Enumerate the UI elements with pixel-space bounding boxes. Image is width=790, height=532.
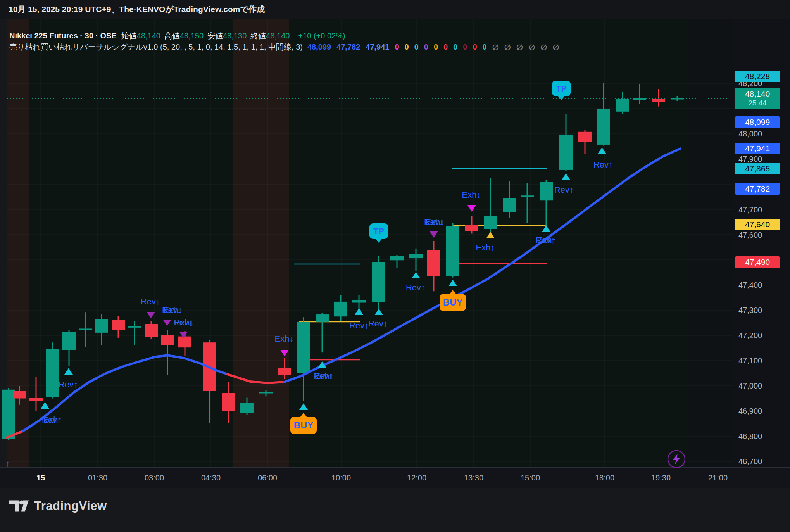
time-label: 18:00 [595,473,614,482]
price-tick: 47,100 [738,356,762,365]
signal-text: Rev↑ [368,319,388,328]
price-tick: 47,700 [738,206,762,214]
candle-body [13,391,26,399]
time-label: 10:00 [331,473,351,482]
time-label: 03:00 [145,473,164,482]
signal-text: Exh↑ [315,371,334,381]
session-band [233,19,289,467]
signal-text: Exh↑ [43,415,62,425]
signal-text: Rev↑ [593,160,613,169]
lightning-icon [666,449,687,469]
candle-body [145,324,158,337]
price-label: 47,490 [735,256,780,268]
time-label: 01:30 [88,473,107,482]
candle-body [484,216,497,229]
price-tick: 47,600 [738,231,762,240]
price-tick: 47,200 [738,331,762,340]
price-tick: 47,900 [738,155,762,164]
price-tick: 46,700 [738,457,762,466]
price-label: 48,228 [735,71,780,82]
chart-panel: Rev↑Exh↑Rev↑Rev↓Rev↓Exh↓Rev↓Exh↓Exh↓Rev↑… [0,19,790,488]
signal-text: Rev↓ [141,297,160,306]
signal-text: Exh↓ [462,190,481,200]
time-label: 12:00 [407,473,426,482]
after-hours-shade [687,19,733,467]
price-label: 48,099 [735,116,780,128]
price-label: 47,865 [735,163,780,174]
signal-text: Exh↓ [175,318,194,327]
candle-body [62,332,76,350]
price-label: 47,941 [735,143,780,154]
candle-body [559,135,573,170]
candle-body [427,250,440,276]
candle-body [597,109,610,145]
candle-body [465,225,478,231]
tp-marker-label: TP [556,84,567,93]
candle-body [259,392,273,394]
candle-body [112,320,125,330]
price-chart[interactable]: Rev↑Exh↑Rev↑Rev↓Rev↓Exh↓Rev↓Exh↓Exh↓Rev↑… [0,19,733,467]
candle-body [95,319,108,333]
candle-body [161,335,174,345]
price-tick: 46,900 [738,407,762,416]
candle-body [390,256,404,260]
time-label: 19:30 [651,473,671,482]
candle-body [334,302,347,316]
signal-text: Exh↓ [275,334,294,344]
candle-body [29,398,43,401]
signal-text: Exh↑ [476,243,495,252]
tp-marker-label: TP [373,226,384,236]
signal-text: Exh↑ [537,235,556,245]
signal-text: Rev↑ [406,283,425,292]
tradingview-logo-text[interactable]: TradingView [34,499,107,513]
signal-text: Exh↓ [426,217,445,227]
candle-body [240,403,254,413]
candle-body [278,368,291,375]
tradingview-logo-icon[interactable] [9,499,29,513]
price-tick: 47,000 [738,382,762,390]
candle-body [521,195,534,197]
price-label: 47,640 [735,219,780,230]
price-tick: 48,000 [738,130,762,138]
attribution-text: 10月 15, 2025 20:19 UTC+9、The-KENVOがTradi… [0,0,790,19]
buy-marker-label: BUY [294,420,314,430]
time-label: 04:30 [201,473,221,482]
candle-body [652,99,665,102]
candle-body [79,328,92,330]
candle-body [616,99,629,112]
candle-body [578,132,592,142]
price-tick: 47,400 [738,281,762,290]
signal-text: Exh↓ [164,305,183,315]
countdown-timer: 25:44 [735,98,780,108]
candle-body [503,198,516,212]
candle-body [128,326,141,328]
signal-text: Rev↑ [59,380,78,389]
time-label: 15 [36,473,45,482]
candle-body [297,322,310,373]
signal-text: Rev↑ [349,321,369,330]
price-label: 47,782 [735,183,780,195]
candle-body [316,314,329,322]
price-label: 48,14025:44 [735,88,780,109]
candle-body [222,393,235,411]
price-tick: 47,300 [738,306,762,315]
signal-text: ↑ [6,459,10,467]
chart-background [7,19,733,467]
time-label: 13:30 [464,473,483,482]
price-scale[interactable]: JPY 48,20048,00047,90047,70047,60047,400… [733,19,790,467]
time-label: 15:00 [521,473,540,482]
candle-body [46,349,59,397]
time-label: 21:00 [708,473,728,482]
candle-body [352,300,366,302]
candle-body [409,254,423,258]
lightning-button[interactable] [666,449,687,469]
tradingview-page: 10月 15, 2025 20:19 UTC+9、The-KENVOがTradi… [0,0,790,532]
time-label: 06:00 [258,473,277,482]
signal-text: Rev↑ [554,185,574,195]
price-tick: 46,800 [738,432,762,441]
time-scale[interactable]: 1501:3003:0004:3006:0010:0012:0013:3015:… [0,467,790,488]
candle-body [372,262,385,302]
candle-body [178,337,191,348]
candle-body [446,226,459,276]
buy-marker-label: BUY [443,297,463,307]
